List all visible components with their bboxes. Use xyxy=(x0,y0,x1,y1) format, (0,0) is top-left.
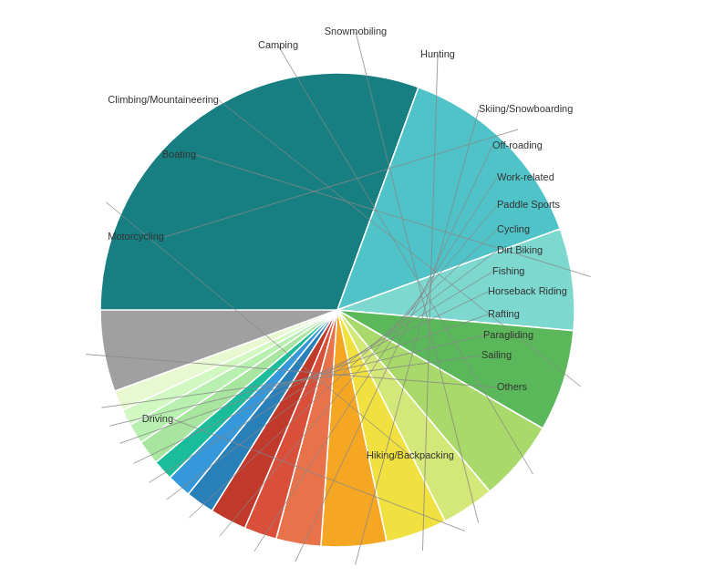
label-others: Others xyxy=(497,381,528,392)
label-dirt-biking: Dirt Biking xyxy=(497,244,543,255)
label-cycling: Cycling xyxy=(497,223,530,234)
label-paddle-sports: Paddle Sports xyxy=(497,199,561,210)
label-sailing: Sailing xyxy=(481,349,512,360)
chart-container: DrivingHiking/BackpackingMotorcyclingBoa… xyxy=(0,0,714,588)
label-work-related: Work-related xyxy=(497,171,554,182)
label-hiking-backpacking: Hiking/Backpacking xyxy=(367,449,454,460)
label-camping: Camping xyxy=(258,39,298,50)
label-snowmobiling: Snowmobiling xyxy=(325,26,387,36)
label-paragliding: Paragliding xyxy=(483,329,533,340)
label-horseback-riding: Horseback Riding xyxy=(488,285,567,296)
label-fishing: Fishing xyxy=(492,265,524,276)
label-hunting: Hunting xyxy=(420,48,455,59)
label-off-roading: Off-roading xyxy=(492,139,543,150)
label-motorcycling: Motorcycling xyxy=(108,231,164,242)
label-skiing-snowboarding: Skiing/Snowboarding xyxy=(479,103,573,114)
label-boating: Boating xyxy=(162,149,196,160)
pie-chart-svg: DrivingHiking/BackpackingMotorcyclingBoa… xyxy=(0,0,714,588)
label-climbing-mountaineering: Climbing/Mountaineering xyxy=(108,94,219,105)
label-rafting: Rafting xyxy=(488,308,520,319)
